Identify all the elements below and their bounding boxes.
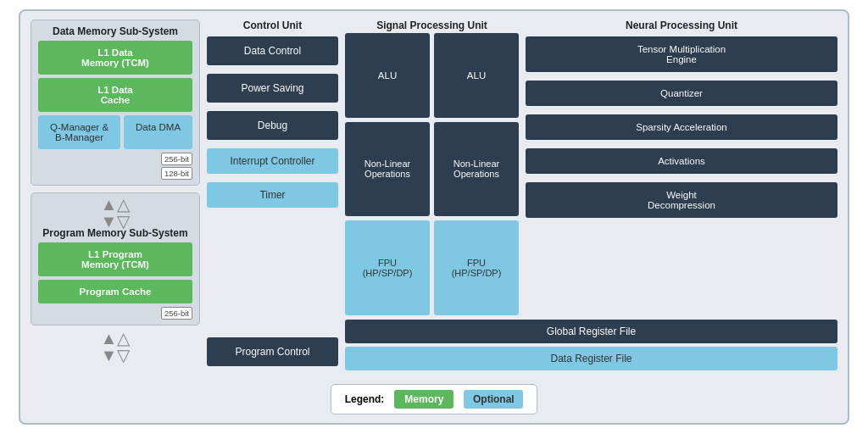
l1-program-memory-tcm: L1 ProgramMemory (TCM) bbox=[38, 242, 192, 276]
program-memory-title: Program Memory Sub-System bbox=[38, 227, 192, 239]
legend-item-memory: Memory bbox=[394, 390, 453, 409]
bus-256bit-program: 256-bit bbox=[161, 307, 192, 320]
data-register-file: Data Register File bbox=[345, 347, 837, 370]
program-cache: Program Cache bbox=[38, 280, 192, 303]
fpu-2: FPU(HP/SP/DP) bbox=[434, 220, 519, 315]
nonlinear-ops-1: Non-LinearOperations bbox=[345, 122, 430, 217]
signal-processing-section: Signal Processing Unit ALU ALU Non-Linea… bbox=[345, 19, 519, 315]
control-unit-blocks: Data Control Power Saving Debug Interrup… bbox=[207, 36, 338, 370]
data-bus-labels: 256-bit 128-bit bbox=[38, 153, 192, 180]
arrows-updown-bottom: ▲△▼▽ bbox=[101, 330, 131, 364]
interrupt-controller-block: Interrupt Controller bbox=[207, 148, 338, 174]
quantizer: Quantizer bbox=[526, 81, 837, 106]
program-control-wrapper: Program Control bbox=[207, 216, 338, 370]
data-dma: Data DMA bbox=[124, 115, 192, 149]
debug-block: Debug bbox=[207, 111, 338, 140]
control-unit-title: Control Unit bbox=[207, 19, 338, 31]
data-memory-subsystem: Data Memory Sub-System L1 DataMemory (TC… bbox=[31, 19, 200, 186]
nonlinear-ops-2: Non-LinearOperations bbox=[434, 122, 519, 217]
alu-1: ALU bbox=[345, 33, 430, 118]
legend: Legend: Memory Optional bbox=[331, 384, 538, 415]
legend-memory-box: Memory bbox=[394, 390, 453, 409]
program-arrows-top: ▲△▼▽ bbox=[38, 200, 192, 225]
program-bus-labels: 256-bit bbox=[38, 307, 192, 320]
data-memory-blocks: L1 DataMemory (TCM) L1 DataCache Q-Manag… bbox=[38, 41, 192, 149]
l1-data-memory-tcm: L1 DataMemory (TCM) bbox=[38, 41, 192, 75]
legend-label: Legend: bbox=[345, 393, 385, 405]
arrows-updown-program: ▲△▼▽ bbox=[101, 196, 131, 230]
tensor-multiplication-engine: Tensor MultiplicationEngine bbox=[526, 36, 837, 72]
data-control-block: Data Control bbox=[207, 36, 338, 65]
neural-processing-section: Neural Processing Unit Tensor Multiplica… bbox=[526, 19, 837, 315]
neural-processing-title: Neural Processing Unit bbox=[526, 19, 837, 31]
neural-processing-blocks: Tensor MultiplicationEngine Quantizer Sp… bbox=[526, 36, 837, 315]
data-memory-row-inline: Q-Manager &B-Manager Data DMA bbox=[38, 115, 192, 149]
alu-2: ALU bbox=[434, 33, 519, 118]
program-control-block: Program Control bbox=[207, 337, 338, 366]
q-manager-b-manager: Q-Manager &B-Manager bbox=[38, 115, 120, 149]
legend-item-optional: Optional bbox=[464, 390, 523, 409]
fpu-1: FPU(HP/SP/DP) bbox=[345, 220, 430, 315]
activations: Activations bbox=[526, 148, 837, 174]
bus-256bit-data: 256-bit bbox=[161, 153, 192, 165]
bottom-arrows: ▲△▼▽ bbox=[31, 334, 200, 359]
timer-block: Timer bbox=[207, 182, 338, 208]
sparsity-acceleration: Sparsity Acceleration bbox=[526, 114, 837, 140]
main-row: Data Memory Sub-System L1 DataMemory (TC… bbox=[31, 19, 837, 370]
power-saving-block: Power Saving bbox=[207, 74, 338, 103]
legend-wrapper: Legend: Memory Optional bbox=[31, 377, 837, 415]
right-area: Signal Processing Unit ALU ALU Non-Linea… bbox=[345, 19, 837, 370]
register-files-area: Global Register File Data Register File bbox=[345, 320, 837, 370]
control-unit-section: Control Unit Data Control Power Saving D… bbox=[207, 19, 338, 370]
signal-neural-row: Signal Processing Unit ALU ALU Non-Linea… bbox=[345, 19, 837, 315]
global-register-file: Global Register File bbox=[345, 320, 837, 343]
weight-decompression: WeightDecompression bbox=[526, 182, 837, 218]
left-sections: Data Memory Sub-System L1 DataMemory (TC… bbox=[31, 19, 200, 370]
program-memory-blocks: L1 ProgramMemory (TCM) Program Cache bbox=[38, 242, 192, 303]
diagram-wrapper: Data Memory Sub-System L1 DataMemory (TC… bbox=[19, 9, 849, 425]
legend-optional-box: Optional bbox=[464, 390, 523, 409]
program-memory-subsystem: ▲△▼▽ Program Memory Sub-System L1 Progra… bbox=[31, 192, 200, 326]
signal-processing-blocks: ALU ALU Non-LinearOperations Non-LinearO… bbox=[345, 33, 519, 315]
data-memory-title: Data Memory Sub-System bbox=[38, 25, 192, 37]
signal-processing-title: Signal Processing Unit bbox=[345, 19, 519, 31]
l1-data-cache: L1 DataCache bbox=[38, 78, 192, 112]
bus-128bit-data: 128-bit bbox=[161, 167, 192, 180]
